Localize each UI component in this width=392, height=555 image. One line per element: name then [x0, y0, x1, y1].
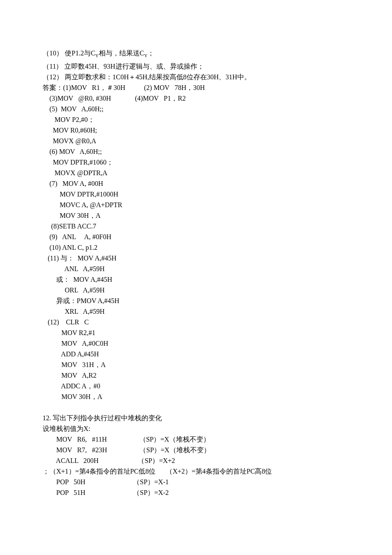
text-line: MOV DPTR,#1060； — [43, 157, 349, 168]
text-line: MOV 30H，A — [43, 391, 349, 402]
text-line: MOV R7, #23H （SP）=X（堆栈不变） — [43, 445, 349, 455]
text-line: (10) ANL C, p1.2 — [43, 242, 349, 253]
text-line: (9) ANL A, #0F0H — [43, 231, 349, 242]
text-line: (3)MOV @R0, #30H (4)MOV P1，R2 — [43, 93, 349, 104]
text-line: MOV 31H，A — [43, 359, 349, 370]
text-line: MOV 30H，A — [43, 210, 349, 221]
text-line: MOV R2,#1 — [43, 327, 349, 338]
text: （10） 使P1.2与C — [43, 49, 95, 57]
text-line: (11) 与： MOV A,#45H — [43, 253, 349, 263]
text-line: ADD A,#45H — [43, 349, 349, 359]
text-line: POP 50H （SP）=X-1 — [43, 477, 349, 487]
document-page: （10） 使P1.2与CY相与，结果送CY； （11） 立即数45H、93H进行… — [0, 0, 392, 555]
text-line: MOVC A, @A+DPTR — [43, 199, 349, 210]
text-line: XRL A,#59H — [43, 306, 349, 317]
text-line: ORL A,#59H — [43, 285, 349, 295]
text-line: （12） 两立即数求和：1C0H＋45H,结果按高低8位存在30H、31H中。 — [43, 72, 349, 82]
text-line: ANL A,#59H — [43, 263, 349, 274]
text-line: POP 51H （SP）=X-2 — [43, 487, 349, 498]
subscript: Y — [144, 53, 147, 58]
text-line: 12. 写出下列指令执行过程中堆栈的变化 — [43, 413, 349, 423]
blank-line — [43, 402, 349, 413]
text-line: MOVX @R0,A — [43, 136, 349, 146]
text-line: (12) CLR C — [43, 317, 349, 327]
text-line: MOV DPTR,#1000H — [43, 189, 349, 199]
text: ； — [147, 49, 154, 57]
text-line: (5) MOV A,60H;; — [43, 104, 349, 114]
text-line: (7) MOV A, #00H — [43, 178, 349, 189]
text-line: ADDC A，#0 — [43, 381, 349, 391]
text-line: 或： MOV A,#45H — [43, 274, 349, 285]
text-line: ACALL 200H （SP）=X+2 — [43, 455, 349, 466]
text-line: MOV P2,#0； — [43, 114, 349, 125]
text: 相与，结果送C — [99, 49, 144, 57]
text-line: MOV A,#0C0H — [43, 338, 349, 349]
subscript: Y — [95, 53, 99, 58]
text-line: （10） 使P1.2与CY相与，结果送CY； — [43, 48, 349, 61]
text-line: 答案：(1)MOV R1，＃30H (2) MOV 78H，30H — [43, 82, 349, 93]
text-line: MOV R6, #11H （SP）=X（堆栈不变） — [43, 434, 349, 445]
text-line: MOV A,R2 — [43, 370, 349, 381]
text-line: 设堆栈初值为X: — [43, 423, 349, 434]
text-line: MOV R0,#60H; — [43, 125, 349, 136]
text-line: MOVX @DPTR,A — [43, 168, 349, 178]
text-line: ；（X+1）=第4条指令的首址PC低8位 （X+2）=第4条指令的首址PC高8位 — [43, 466, 349, 477]
text-line: (8)SETB ACC.7 — [43, 221, 349, 231]
text-line: （11） 立即数45H、93H进行逻辑与、或、异或操作； — [43, 61, 349, 72]
text-line: (6) MOV A,60H;; — [43, 146, 349, 157]
text-line: 异或：PMOV A,#45H — [43, 295, 349, 306]
